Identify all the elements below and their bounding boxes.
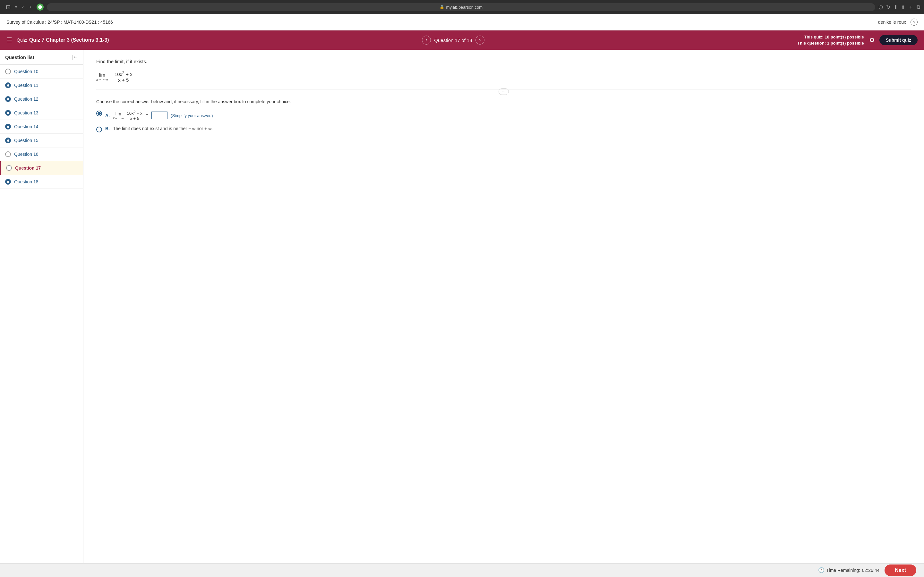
top-bar: Survey of Calculus : 24/SP : MAT-1400-DS… (0, 14, 924, 31)
prev-question-button[interactable]: ‹ (422, 35, 431, 45)
sidebar-title: Question list (5, 55, 34, 60)
tab-favicon (37, 3, 44, 11)
menu-icon[interactable]: ☰ (6, 36, 12, 44)
radio-circle-11 (5, 82, 11, 88)
user-name: denike le roux (878, 19, 906, 25)
quiz-prefix-label: Quiz: (17, 37, 27, 43)
list-item[interactable]: Question 16 (0, 147, 83, 161)
question-indicator: Question 17 of 18 (434, 37, 472, 43)
next-question-button[interactable]: › (475, 35, 485, 45)
collapse-sidebar-icon[interactable]: |← (71, 54, 78, 60)
share-icon[interactable]: ⬆ (901, 4, 905, 10)
quiz-header: ☰ Quiz: Quiz 7 Chapter 3 (Sections 3.1-3… (0, 31, 924, 50)
question-15-label: Question 15 (14, 138, 39, 143)
answer-instruction: Choose the correct answer below and, if … (96, 99, 911, 104)
url-text: mylab.pearson.com (446, 5, 483, 10)
option-b-description: The limit does not exist and is neither … (113, 126, 213, 131)
list-item[interactable]: Question 11 (0, 79, 83, 92)
quiz-points-label: This quiz: (804, 35, 824, 39)
question-content-area: Find the limit, if it exists. lim x→ − ∞… (83, 50, 924, 563)
time-label: Time Remaining: (827, 568, 860, 573)
radio-circle-15 (5, 137, 11, 143)
divider-dots: ··· (499, 89, 509, 95)
address-bar[interactable]: 🔒 mylab.pearson.com (47, 3, 875, 11)
radio-button-a[interactable] (96, 111, 102, 116)
submit-quiz-button[interactable]: Submit quiz (879, 35, 918, 45)
radio-circle-16 (5, 151, 11, 157)
reload-icon[interactable]: ↻ (886, 4, 890, 10)
question-12-label: Question 12 (14, 97, 39, 102)
question-16-label: Question 16 (14, 152, 39, 157)
sidebar-toggle-icon: ⊡ (6, 4, 11, 10)
simplify-hint: (Simplify your answer.) (171, 113, 213, 118)
list-item[interactable]: Question 18 (0, 175, 83, 189)
question-list-sidebar: Question list |← Question 10 Question 11… (0, 50, 83, 563)
list-item[interactable]: Question 12 (0, 92, 83, 106)
course-title: Survey of Calculus : 24/SP : MAT-1400-DS… (6, 19, 113, 25)
question-prompt: Find the limit, if it exists. (96, 59, 911, 64)
question-nav: ‹ Question 17 of 18 › (422, 35, 484, 45)
cast-icon: ⬡ (879, 4, 883, 10)
svg-point-0 (38, 5, 42, 9)
list-item[interactable]: Question 14 (0, 120, 83, 134)
radio-circle-12 (5, 96, 11, 102)
question-points-value: 1 point(s) possible (827, 41, 864, 45)
window-icon[interactable]: ⧉ (917, 4, 920, 10)
option-b-label: B. (105, 126, 110, 131)
download-icon[interactable]: ⬇ (893, 4, 898, 10)
quiz-title: Quiz 7 Chapter 3 (Sections 3.1-3) (29, 37, 109, 43)
option-a-text: A. lim x→ − ∞ 10x2 + x x + 5 = (105, 110, 213, 121)
clock-icon: 🕐 (818, 567, 825, 573)
answer-options: A. lim x→ − ∞ 10x2 + x x + 5 = (96, 110, 911, 132)
back-button[interactable]: ‹ (20, 3, 26, 11)
radio-circle-17 (6, 165, 12, 171)
new-tab-icon[interactable]: ＋ (908, 4, 913, 11)
footer: 🕐 Time Remaining: 02:26:44 Next (0, 563, 924, 577)
list-item[interactable]: Question 10 (0, 65, 83, 79)
main-layout: Question list |← Question 10 Question 11… (0, 50, 924, 563)
radio-circle-10 (5, 69, 11, 74)
radio-circle-13 (5, 110, 11, 116)
radio-circle-18 (5, 179, 11, 185)
settings-button[interactable]: ⚙ (869, 36, 875, 44)
question-18-label: Question 18 (14, 179, 39, 184)
question-17-label: Question 17 (15, 165, 41, 171)
list-item[interactable]: Question 15 (0, 134, 83, 147)
list-item[interactable]: Question 13 (0, 106, 83, 120)
list-item[interactable]: Question 17 (0, 161, 83, 175)
quiz-points-value: 18 point(s) possible (825, 35, 864, 39)
time-value: 02:26:44 (862, 568, 880, 573)
radio-button-b[interactable] (96, 127, 102, 132)
question-14-label: Question 14 (14, 124, 39, 129)
math-expression: lim x→ − ∞ 10x2 + x x + 5 (96, 71, 911, 83)
question-10-label: Question 10 (14, 69, 39, 74)
question-13-label: Question 13 (14, 110, 39, 115)
help-icon-button[interactable]: ? (911, 19, 918, 26)
question-11-label: Question 11 (14, 83, 39, 88)
answer-input-box[interactable] (152, 111, 168, 119)
sidebar-header: Question list |← (0, 50, 83, 65)
radio-circle-14 (5, 124, 11, 129)
answer-option-b[interactable]: B. The limit does not exist and is neith… (96, 126, 911, 132)
question-points-label: This question: (797, 41, 826, 45)
forward-button[interactable]: › (27, 3, 33, 11)
sidebar-toggle-button[interactable]: ⊡ (4, 3, 13, 11)
option-a-label: A. (105, 113, 110, 118)
answer-option-a[interactable]: A. lim x→ − ∞ 10x2 + x x + 5 = (96, 110, 911, 121)
option-a-math: lim x→ − ∞ 10x2 + x x + 5 = (Simplify yo… (113, 110, 213, 121)
time-remaining: 🕐 Time Remaining: 02:26:44 (818, 567, 880, 573)
next-button[interactable]: Next (885, 564, 916, 576)
lock-icon: 🔒 (439, 5, 444, 9)
dropdown-arrow-icon: ▾ (15, 5, 17, 9)
quiz-info: This quiz: 18 point(s) possible This que… (797, 34, 864, 47)
option-b-text: B. The limit does not exist and is neith… (105, 126, 213, 131)
